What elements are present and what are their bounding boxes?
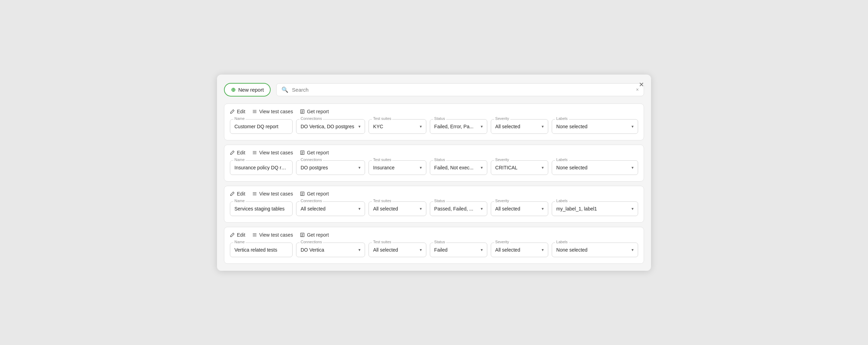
testsuites-label-4: Test suites	[372, 240, 392, 244]
get-report-label: Get report	[307, 109, 329, 114]
edit-button-1[interactable]: Edit	[230, 109, 245, 114]
fields-row-2: Name Insurance policy DQ report Connecti…	[230, 160, 638, 175]
chevron-down-icon: ▾	[358, 165, 361, 170]
get-report-button-1[interactable]: Get report	[300, 109, 329, 114]
labels-label-1: Labels	[555, 116, 568, 121]
labels-dropdown-1[interactable]: None selected ▾	[552, 119, 638, 134]
fields-row-3: Name Services staging tables Connections…	[230, 201, 638, 216]
severity-dropdown-3[interactable]: All selected ▾	[491, 201, 548, 216]
new-report-label: New report	[238, 87, 264, 93]
severity-label-2: Severity	[494, 158, 510, 162]
status-value-1: Failed, Error, Pa...	[434, 124, 479, 129]
name-value-1: Customer DQ report	[230, 119, 293, 134]
edit-button-2[interactable]: Edit	[230, 150, 245, 155]
name-label-4: Name	[233, 240, 246, 244]
connections-value-3: All selected	[301, 206, 356, 212]
severity-field-2: Severity CRITICAL ▾	[491, 160, 548, 175]
search-icon: 🔍	[281, 86, 288, 93]
view-test-cases-button-2[interactable]: View test cases	[252, 150, 293, 155]
severity-field-4: Severity All selected ▾	[491, 243, 548, 257]
chevron-down-icon: ▾	[481, 124, 483, 129]
connections-dropdown-3[interactable]: All selected ▾	[296, 201, 365, 216]
labels-dropdown-2[interactable]: None selected ▾	[552, 160, 638, 175]
status-dropdown-4[interactable]: Failed ▾	[430, 243, 487, 257]
name-label-3: Name	[233, 199, 246, 203]
status-label-4: Status	[433, 240, 446, 244]
status-dropdown-2[interactable]: Failed, Not exec... ▾	[430, 160, 487, 175]
status-dropdown-1[interactable]: Failed, Error, Pa... ▾	[430, 119, 487, 134]
name-text-2: Insurance policy DQ report	[234, 165, 288, 170]
get-report-button-3[interactable]: Get report	[300, 191, 329, 197]
report-card-4: Edit View test cases Get report	[224, 227, 644, 264]
chevron-down-icon: ▾	[358, 206, 361, 211]
connections-label-2: Connections	[300, 158, 323, 162]
view-test-cases-button-3[interactable]: View test cases	[252, 191, 293, 197]
get-report-button-4[interactable]: Get report	[300, 232, 329, 238]
status-dropdown-3[interactable]: Passed, Failed, ... ▾	[430, 201, 487, 216]
connections-dropdown-4[interactable]: DO Vertica ▾	[296, 243, 365, 257]
name-label-1: Name	[233, 116, 246, 121]
list-icon	[252, 109, 257, 114]
testsuites-value-1: KYC	[373, 124, 417, 129]
name-text-3: Services staging tables	[234, 206, 288, 212]
view-test-cases-button-4[interactable]: View test cases	[252, 232, 293, 238]
labels-dropdown-3[interactable]: my_label_1, label1 ▾	[552, 201, 638, 216]
fields-row-4: Name Vertica related tests Connections D…	[230, 243, 638, 257]
view-test-cases-label: View test cases	[259, 150, 293, 155]
labels-field-2: Labels None selected ▾	[552, 160, 638, 175]
severity-dropdown-2[interactable]: CRITICAL ▾	[491, 160, 548, 175]
connections-dropdown-2[interactable]: DO postgres ▾	[296, 160, 365, 175]
edit-button-3[interactable]: Edit	[230, 191, 245, 197]
severity-dropdown-1[interactable]: All selected ▾	[491, 119, 548, 134]
chevron-down-icon: ▾	[481, 165, 483, 170]
name-text-1: Customer DQ report	[234, 124, 288, 129]
labels-dropdown-4[interactable]: None selected ▾	[552, 243, 638, 257]
labels-label-3: Labels	[555, 199, 568, 203]
name-label-2: Name	[233, 158, 246, 162]
name-value-4: Vertica related tests	[230, 243, 293, 257]
name-text-4: Vertica related tests	[234, 247, 288, 253]
severity-label-3: Severity	[494, 199, 510, 203]
testsuites-field-3: Test suites All selected ▾	[369, 201, 426, 216]
search-input[interactable]	[292, 87, 632, 93]
edit-icon	[230, 191, 235, 196]
labels-field-3: Labels my_label_1, label1 ▾	[552, 201, 638, 216]
name-field-1: Name Customer DQ report	[230, 119, 293, 134]
report-icon	[300, 232, 305, 237]
get-report-label: Get report	[307, 232, 329, 238]
connections-dropdown-1[interactable]: DO Vertica, DO postgres ▾	[296, 119, 365, 134]
name-value-3: Services staging tables	[230, 201, 293, 216]
view-test-cases-label: View test cases	[259, 109, 293, 114]
testsuites-label-2: Test suites	[372, 158, 392, 162]
name-value-2: Insurance policy DQ report	[230, 160, 293, 175]
card-actions-2: Edit View test cases Get report	[230, 150, 638, 155]
chevron-down-icon: ▾	[420, 247, 422, 252]
status-field-1: Status Failed, Error, Pa... ▾	[430, 119, 487, 134]
search-container: 🔍 ×	[276, 83, 644, 96]
status-field-3: Status Passed, Failed, ... ▾	[430, 201, 487, 216]
testsuites-value-3: All selected	[373, 206, 417, 212]
view-test-cases-label: View test cases	[259, 232, 293, 238]
severity-dropdown-4[interactable]: All selected ▾	[491, 243, 548, 257]
status-label-3: Status	[433, 199, 446, 203]
chevron-down-icon: ▾	[481, 247, 483, 252]
list-icon	[252, 191, 257, 196]
testsuites-dropdown-4[interactable]: All selected ▾	[369, 243, 426, 257]
view-test-cases-button-1[interactable]: View test cases	[252, 109, 293, 114]
close-button[interactable]: ✕	[637, 80, 645, 89]
edit-button-4[interactable]: Edit	[230, 232, 245, 238]
testsuites-label-1: Test suites	[372, 116, 392, 121]
testsuites-dropdown-1[interactable]: KYC ▾	[369, 119, 426, 134]
severity-field-1: Severity All selected ▾	[491, 119, 548, 134]
chevron-down-icon: ▾	[631, 247, 634, 252]
status-value-3: Passed, Failed, ...	[434, 206, 479, 212]
report-icon	[300, 109, 305, 114]
labels-field-4: Labels None selected ▾	[552, 243, 638, 257]
testsuites-dropdown-2[interactable]: Insurance ▾	[369, 160, 426, 175]
testsuites-value-4: All selected	[373, 247, 417, 253]
report-card-2: Edit View test cases Get report	[224, 145, 644, 182]
card-actions-3: Edit View test cases Get report	[230, 191, 638, 197]
new-report-button[interactable]: ⊕ New report	[224, 83, 271, 97]
testsuites-dropdown-3[interactable]: All selected ▾	[369, 201, 426, 216]
get-report-button-2[interactable]: Get report	[300, 150, 329, 155]
